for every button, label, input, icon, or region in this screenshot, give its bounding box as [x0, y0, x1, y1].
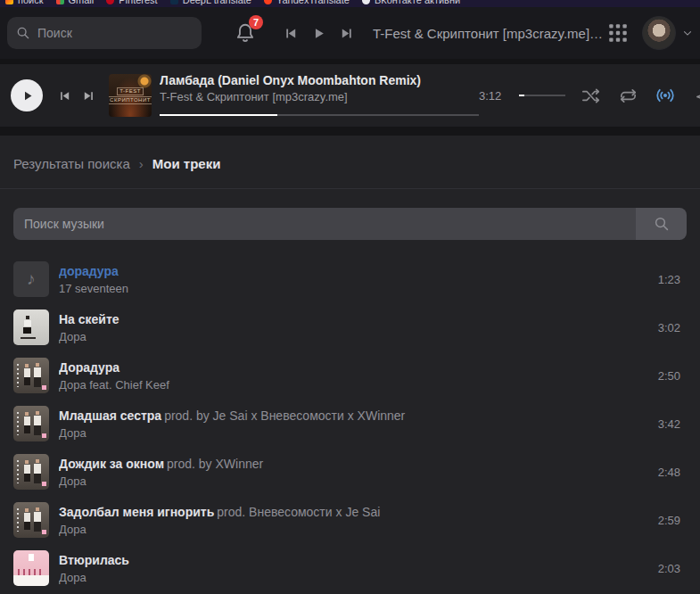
- track-row[interactable]: Дорадура Дора feat. Chief Keef 2:50: [13, 351, 687, 400]
- seek-bar-progress: [160, 114, 277, 116]
- track-row[interactable]: Дождик за окномprod. by XWinner Дора 2:4…: [13, 448, 687, 496]
- track-duration: 2:59: [658, 514, 680, 527]
- now-playing-title[interactable]: Ламбада (Daniel Onyx Moombahton Remix): [160, 73, 479, 87]
- now-playing-artist[interactable]: T-Fest & Скриптонит [mp3crazy.me]: [160, 90, 479, 103]
- album-art-text: T-FEST: [117, 87, 144, 95]
- breadcrumb-search-results[interactable]: Результаты поиска: [13, 156, 130, 171]
- search-favicon-icon: [5, 0, 13, 4]
- divider: [0, 188, 700, 189]
- music-search-button[interactable]: [636, 208, 687, 240]
- shuffle-icon: [581, 86, 601, 106]
- track-row[interactable]: На скейте Дора 3:02: [13, 303, 687, 351]
- search-icon: [654, 216, 670, 232]
- track-row[interactable]: ♪ дорадура 17 seventeen 1:23: [13, 255, 687, 303]
- track-artist[interactable]: Дора: [59, 426, 647, 440]
- music-search-input[interactable]: [13, 208, 636, 240]
- bookmark-item[interactable]: Gmail: [56, 0, 95, 7]
- track-artist[interactable]: Дора: [59, 330, 647, 343]
- bookmark-item[interactable]: YandexTranslate: [264, 0, 350, 7]
- album-art: [13, 502, 49, 538]
- track-artist[interactable]: Дора: [59, 474, 647, 488]
- chevron-down-icon: [681, 27, 694, 39]
- album-art: [13, 406, 49, 441]
- content-panel: Результаты поиска › Мои треки ♪ дорадура…: [0, 136, 700, 594]
- music-note-icon: ♪: [27, 269, 36, 289]
- avatar[interactable]: [642, 16, 676, 50]
- bookmark-item[interactable]: ВКонтакте активни: [362, 0, 460, 7]
- pinterest-favicon-icon: [106, 0, 114, 4]
- album-art: [13, 454, 49, 490]
- player-play-button[interactable]: [11, 79, 43, 111]
- gmail-favicon-icon: [56, 0, 64, 4]
- track-duration: 3:12: [479, 89, 501, 103]
- prev-track-icon: [283, 26, 298, 41]
- track-duration: 3:42: [658, 417, 680, 431]
- track-title[interactable]: дорадура: [59, 264, 119, 278]
- player-prev-button[interactable]: [58, 89, 71, 103]
- player-action-buttons: [580, 85, 700, 106]
- bookmark-label: DeepL translate: [183, 0, 251, 5]
- vk-music-page: поиск Gmail Pinterest DeepL translate Ya…: [0, 0, 700, 594]
- header-search-input[interactable]: [37, 26, 193, 40]
- track-title[interactable]: Младшая сестра: [59, 408, 161, 423]
- music-search: [13, 208, 687, 240]
- breadcrumb-my-tracks[interactable]: Мои треки: [152, 156, 221, 171]
- repeat-button[interactable]: [617, 85, 638, 106]
- header-prev-button[interactable]: [282, 25, 298, 41]
- search-icon: [16, 26, 30, 40]
- track-title-suffix: prod. Вневесомости x Je Sai: [217, 505, 380, 519]
- bookmark-item[interactable]: Pinterest: [106, 0, 157, 7]
- album-art: ♪: [13, 261, 49, 297]
- track-title[interactable]: Втюрилась: [59, 553, 129, 567]
- site-header: 7 T-Fest & Скриптонит [mp3crazy.me] — ..…: [0, 7, 700, 59]
- breadcrumb-separator-icon: ›: [139, 156, 144, 171]
- seek-bar[interactable]: [160, 114, 479, 116]
- track-artist[interactable]: Дора feat. Chief Keef: [59, 378, 647, 392]
- track-title[interactable]: Задолбал меня игнорить: [59, 505, 214, 519]
- header-media-controls: [282, 25, 355, 41]
- track-duration: 2:03: [658, 562, 680, 575]
- prev-track-icon: [58, 89, 71, 103]
- profile-menu-button[interactable]: [681, 27, 694, 39]
- track-row[interactable]: Втюрилась Дора 2:03: [13, 544, 687, 592]
- track-artist[interactable]: Дора: [59, 523, 647, 536]
- track-row[interactable]: Задолбал меня игноритьprod. Вневесомости…: [13, 496, 687, 544]
- bookmark-item[interactable]: DeepL translate: [170, 0, 251, 7]
- track-title[interactable]: На скейте: [59, 312, 119, 326]
- player-bar: T-FEST СКРИПТОНИТ Ламбада (Daniel Onyx M…: [0, 64, 700, 127]
- next-track-icon: [340, 26, 355, 41]
- volume-level: [519, 95, 523, 96]
- play-icon: [311, 26, 326, 41]
- header-search[interactable]: [7, 17, 202, 49]
- bookmark-label: Pinterest: [119, 0, 157, 5]
- track-title[interactable]: Дорадура: [59, 360, 119, 375]
- sparkles-icon: [693, 86, 700, 106]
- track-duration: 2:48: [658, 466, 680, 479]
- now-playing-info: Ламбада (Daniel Onyx Moombahton Remix) T…: [160, 73, 479, 118]
- track-title-suffix: prod. by Je Sai x Вневесомости x XWinner: [164, 408, 405, 423]
- header-next-button[interactable]: [339, 25, 355, 41]
- broadcast-button[interactable]: [655, 85, 676, 106]
- header-play-button[interactable]: [310, 25, 326, 41]
- notifications-badge: 7: [249, 15, 263, 29]
- player-next-button[interactable]: [82, 89, 95, 103]
- apps-grid-icon: [606, 21, 630, 45]
- notifications-bell[interactable]: 7: [234, 21, 257, 45]
- track-title[interactable]: Дождик за окном: [59, 457, 164, 471]
- bookmark-item[interactable]: поиск: [5, 0, 44, 7]
- browser-bookmarks-bar: поиск Gmail Pinterest DeepL translate Ya…: [0, 0, 700, 7]
- now-playing-album-art: T-FEST СКРИПТОНИТ: [109, 74, 152, 117]
- shuffle-button[interactable]: [580, 85, 601, 106]
- volume-slider[interactable]: [519, 95, 565, 96]
- apps-menu-button[interactable]: [606, 21, 630, 45]
- breadcrumb: Результаты поиска › Мои треки: [13, 136, 687, 188]
- recommend-button[interactable]: [692, 85, 700, 106]
- yandex-favicon-icon: [264, 0, 272, 4]
- play-icon: [21, 89, 34, 103]
- deepl-favicon-icon: [170, 0, 178, 4]
- track-artist[interactable]: 17 seventeen: [59, 282, 647, 295]
- track-row[interactable]: Младшая сестраprod. by Je Sai x Вневесом…: [13, 400, 687, 448]
- track-artist[interactable]: Дора: [59, 571, 647, 584]
- album-art: [13, 358, 49, 393]
- next-track-icon: [82, 89, 95, 103]
